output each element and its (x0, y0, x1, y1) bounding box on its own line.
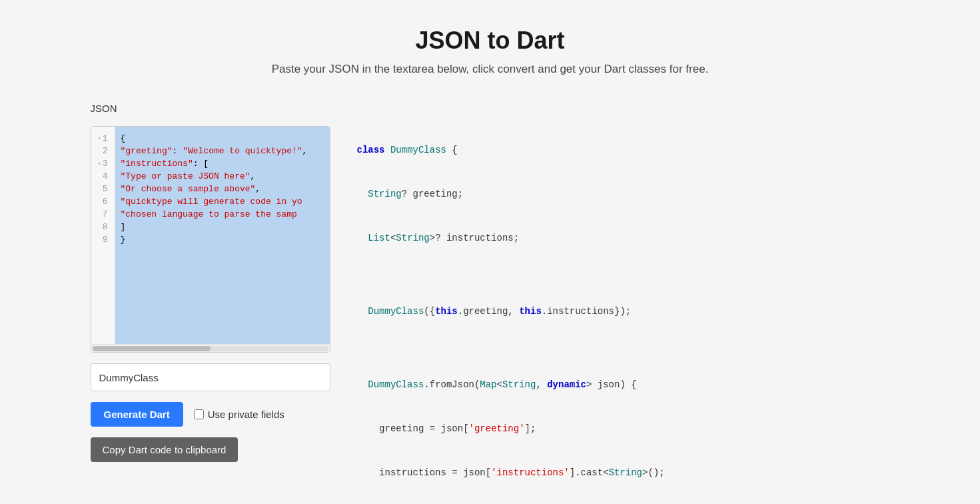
copy-dart-button[interactable]: Copy Dart code to clipboard (91, 437, 239, 462)
dart-line-9: instructions = json['instructions'].cast… (357, 465, 890, 480)
code-line-9: } (121, 233, 324, 246)
scrollbar-thumb (93, 346, 211, 351)
line-7: 7 (103, 208, 112, 221)
line-9: 9 (103, 233, 112, 246)
copy-button-row: Copy Dart code to clipboard (91, 437, 330, 462)
page-container: JSON to Dart Paste your JSON in the text… (0, 0, 980, 504)
code-line-2: "greeting": "Welcome to quicktype!", (121, 145, 324, 157)
json-editor[interactable]: ▾1 2 ▾3 4 5 6 7 8 9 { "greeting": "Welco… (91, 126, 330, 353)
line-4: 4 (103, 170, 112, 183)
code-line-5: "Or choose a sample above", (121, 183, 324, 195)
class-name-input[interactable] (91, 363, 330, 391)
controls-row: Generate Dart Use private fields (91, 402, 330, 427)
line-6: 6 (103, 195, 112, 208)
right-panel: class DummyClass { String? greeting; Lis… (357, 103, 890, 504)
generate-dart-button[interactable]: Generate Dart (91, 402, 183, 427)
dart-line-1: class DummyClass { (357, 143, 890, 157)
line-2: 2 (103, 145, 112, 157)
dart-line-3: List<String>? instructions; (357, 231, 890, 245)
line-1: ▾1 (98, 132, 112, 145)
code-line-7: "chosen language to parse the samp (121, 208, 324, 221)
code-line-3: "instructions": [ (121, 157, 324, 170)
line-numbers: ▾1 2 ▾3 4 5 6 7 8 9 (91, 127, 115, 344)
dart-line-5: DummyClass({this.greeting, this.instruct… (357, 304, 890, 319)
page-subtitle: Paste your JSON in the textarea below, c… (272, 63, 709, 76)
main-content: JSON ▾1 2 ▾3 4 5 6 7 8 9 { (91, 103, 890, 504)
editor-inner: ▾1 2 ▾3 4 5 6 7 8 9 { "greeting": "Welco… (91, 127, 330, 344)
page-title: JSON to Dart (272, 27, 709, 55)
line-8: 8 (103, 221, 112, 233)
use-private-fields-text: Use private fields (208, 409, 284, 420)
scrollbar-track (93, 346, 328, 351)
code-line-4: "Type or paste JSON here", (121, 170, 324, 183)
json-label: JSON (91, 103, 330, 114)
line-5: 5 (103, 183, 112, 195)
header: JSON to Dart Paste your JSON in the text… (272, 27, 709, 76)
code-line-1: { (121, 132, 324, 145)
line-3: ▾3 (98, 157, 112, 170)
dart-line-8: greeting = json['greeting']; (357, 421, 890, 436)
code-line-6: "quicktype will generate code in yo (121, 195, 324, 208)
dart-output: class DummyClass { String? greeting; Lis… (357, 113, 890, 504)
code-line-8: ] (121, 221, 324, 233)
dart-line-7: DummyClass.fromJson(Map<String, dynamic>… (357, 377, 890, 392)
editor-scrollbar[interactable] (91, 344, 330, 352)
left-panel: JSON ▾1 2 ▾3 4 5 6 7 8 9 { (91, 103, 330, 462)
use-private-fields-label[interactable]: Use private fields (194, 409, 284, 420)
dart-line-2: String? greeting; (357, 187, 890, 201)
json-code-area[interactable]: { "greeting": "Welcome to quicktype!", "… (115, 127, 330, 344)
use-private-fields-checkbox[interactable] (194, 409, 204, 419)
